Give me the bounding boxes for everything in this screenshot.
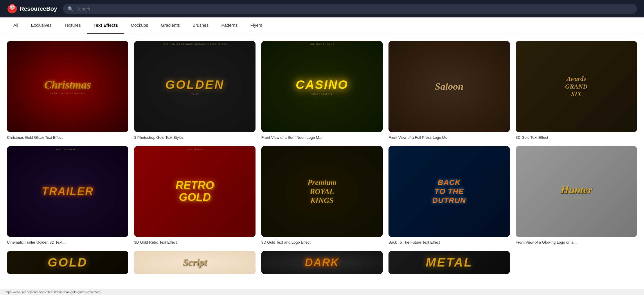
card-title: Christmas Gold Glitter Text Effect [7,135,128,140]
card-back-to-future[interactable]: BACK TO THE DUTRUNBack To The Future Tex… [388,146,510,245]
card-bottom3[interactable]: DARK [261,251,383,277]
card-foil-press[interactable]: SaloonFront View of a Foil Press Logo Mo… [388,41,510,140]
card-image-3d-gold: Awards GRAND SIX [516,41,637,132]
card-main-text: Awards GRAND SIX [565,75,587,98]
card-main-text: GOLD [48,256,87,269]
card-main-text: GOLDEN [165,78,224,92]
card-main-text: Premium ROYAL KINGS [307,178,337,205]
nav-item-text-effects[interactable]: Text Effects [87,17,124,34]
card-image-serif-neon: FOR TEXT & LOGOSCASINOSMART OBJECTS [261,41,383,132]
nav-item-flyers[interactable]: Flyers [244,17,269,34]
logo-area[interactable]: ResourceBoy [7,3,57,14]
card-main-text: Saloon [435,81,463,92]
card-image-royal-kings: Premium ROYAL KINGS [261,146,383,237]
nav-item-mockups[interactable]: Mockups [124,17,154,34]
header: ResourceBoy 🔍 [0,0,644,17]
card-retro-gold[interactable]: TEXT EFFECTRETRO GOLD3D Gold Retro Text … [134,146,256,245]
cards-grid: ChristmasSmart Objects TemplateChristmas… [7,41,637,277]
card-image-bottom3: DARK [261,251,383,274]
card-main-text: Script [183,257,207,268]
card-title: 3 Photoshop Gold Text Styles [134,135,256,140]
card-bottom4[interactable]: METAL [388,251,510,277]
card-main-text: DARK [305,256,339,269]
card-serif-neon[interactable]: FOR TEXT & LOGOSCASINOSMART OBJECTSFront… [261,41,383,140]
card-christmas-gold[interactable]: ChristmasSmart Objects TemplateChristmas… [7,41,128,140]
nav-item-all[interactable]: All [7,17,25,34]
card-image-back-to-future: BACK TO THE DUTRUN [388,146,510,237]
card-cinematic-trailer[interactable]: PSD TEXT EFFECTTRAILERCinematic Trailer … [7,146,128,245]
card-title: Back To The Future Text Effect [388,240,510,245]
card-main-text: Hunter [561,184,592,196]
card-sub-text: SMART OBJECTS [312,93,333,95]
card-title: 3D Gold Text Effect [516,135,637,140]
app-name: ResourceBoy [20,6,57,12]
nav-item-patterns[interactable]: Patterns [215,17,244,34]
card-main-text: METAL [426,256,473,269]
card-main-text: BACK TO THE DUTRUN [432,178,466,205]
card-title: 3D Gold Text and Logo Effect [261,240,383,245]
nav: AllExclusivesTexturesText EffectsMockups… [0,17,644,34]
card-image-christmas-gold: ChristmasSmart Objects Template [7,41,128,132]
card-bottom2[interactable]: Script [134,251,256,277]
card-image-bottom4: METAL [388,251,510,274]
card-image-3-photoshop-gold: INTRODUCING PREMIUM PHOTOSHOP TEXT STYLE… [134,41,256,132]
card-image-bottom1: GOLD [7,251,128,274]
card-sub-text: YOUR LOGO MOCKUP [563,197,590,199]
card-hunter-logo[interactable]: HunterYOUR LOGO MOCKUPFront View of a Gl… [516,146,637,245]
card-image-foil-press: Saloon [388,41,510,132]
card-image-retro-gold: TEXT EFFECTRETRO GOLD [134,146,256,237]
card-title: Front View of a Glowing Logo on a... [516,240,637,245]
card-title: 3D Gold Retro Text Effect [134,240,256,245]
card-main-text: CASINO [296,78,348,92]
logo-icon [7,3,17,14]
card-main-text: TRAILER [42,185,94,198]
card-sub-text: No. 01 [191,93,199,95]
svg-point-4 [10,7,11,8]
nav-item-brushes[interactable]: Brushes [186,17,215,34]
card-sub-text: Smart Objects Template [50,92,85,94]
card-3d-gold[interactable]: Awards GRAND SIX3D Gold Text Effect [516,41,637,140]
search-bar: 🔍 [63,4,637,14]
card-title: Front View of a Foil Press Logo Mo... [388,135,510,140]
card-3-photoshop-gold[interactable]: INTRODUCING PREMIUM PHOTOSHOP TEXT STYLE… [134,41,256,140]
card-title: Cinematic Trailer Golden 3D Text ... [7,240,128,245]
search-input[interactable] [76,6,632,11]
svg-point-5 [13,7,14,8]
card-image-cinematic-trailer: PSD TEXT EFFECTTRAILER [7,146,128,237]
card-title: Front View of a Serif Neon Logo M... [261,135,383,140]
card-image-bottom2: Script [134,251,256,274]
card-image-hunter-logo: HunterYOUR LOGO MOCKUP [516,146,637,237]
search-icon: 🔍 [68,6,73,12]
card-main-text: Christmas [44,78,91,91]
nav-item-exclusives[interactable]: Exclusives [25,17,58,34]
nav-item-gradients[interactable]: Gradients [154,17,186,34]
card-bottom1[interactable]: GOLD [7,251,128,277]
card-main-text: RETRO GOLD [176,179,214,204]
main-content: ChristmasSmart Objects TemplateChristmas… [0,34,644,277]
card-royal-kings[interactable]: Premium ROYAL KINGS3D Gold Text and Logo… [261,146,383,245]
nav-item-textures[interactable]: Textures [58,17,87,34]
